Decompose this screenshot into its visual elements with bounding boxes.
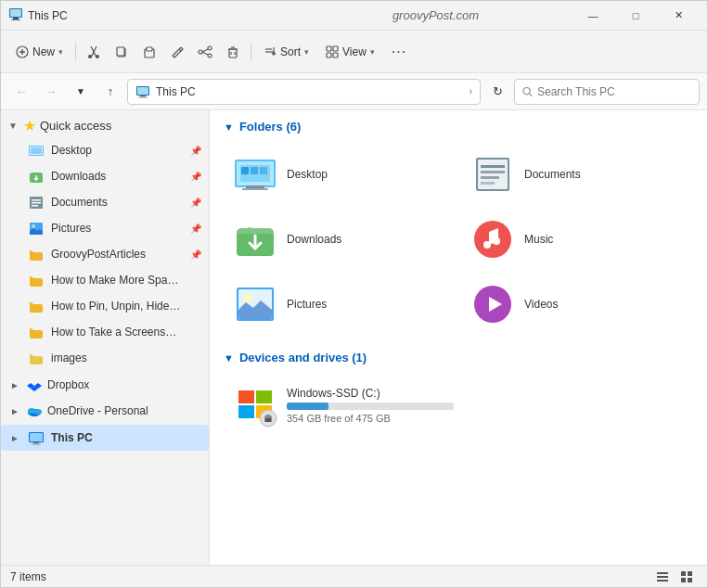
sidebar-item-downloads[interactable]: Downloads 📌: [1, 163, 209, 189]
sidebar-item-pin[interactable]: How to Pin, Unpin, Hide, and: [1, 293, 209, 319]
svg-point-14: [208, 46, 212, 50]
view-button[interactable]: View ▾: [318, 37, 382, 67]
thispc-header[interactable]: ► This PC: [1, 425, 209, 451]
svg-point-15: [208, 54, 212, 58]
cut-button[interactable]: [81, 37, 107, 67]
paste-icon: [142, 45, 157, 59]
share-button[interactable]: [192, 37, 218, 67]
file-panel: ▼ Folders (6): [210, 110, 707, 565]
svg-rect-76: [238, 405, 254, 418]
desktop-label: Desktop: [51, 144, 92, 157]
sidebar-item-screenshot[interactable]: How to Take a Screenshot on: [1, 319, 209, 345]
up-button[interactable]: ↑: [97, 79, 123, 105]
svg-point-44: [32, 224, 35, 228]
view-icon: [326, 45, 339, 58]
svg-rect-3: [10, 9, 21, 17]
folder-item-music[interactable]: Music: [461, 210, 693, 269]
svg-rect-61: [478, 160, 508, 189]
desktop-thumb: [233, 152, 277, 197]
sidebar-item-groovy[interactable]: GroovyPostArticles 📌: [1, 241, 209, 267]
sidebar: ▼ ★ Quick access Desktop 📌: [1, 110, 210, 565]
folder-item-documents[interactable]: Documents: [461, 145, 693, 204]
documents-folder-icon: [27, 193, 45, 211]
drive-free-text: 354 GB free of 475 GB: [287, 413, 454, 424]
folder-item-desktop[interactable]: Desktop: [224, 145, 456, 204]
images-label: images: [51, 352, 87, 364]
svg-rect-40: [32, 199, 41, 201]
onedrive-header[interactable]: ► OneDrive - Personal: [1, 399, 209, 423]
sidebar-item-make-space[interactable]: How to Make More Space Av: [1, 267, 209, 293]
dropbox-label: Dropbox: [47, 378, 89, 391]
status-bar: 7 items: [1, 565, 707, 587]
folder-item-downloads[interactable]: Downloads: [224, 210, 456, 269]
svg-rect-81: [657, 576, 668, 578]
recent-button[interactable]: ▼: [68, 79, 94, 105]
address-box[interactable]: This PC ›: [127, 79, 481, 105]
forward-button[interactable]: →: [38, 79, 64, 105]
maximize-button[interactable]: □: [614, 1, 657, 31]
toolbar: New ▾: [1, 31, 707, 73]
list-view-button[interactable]: [651, 568, 674, 586]
svg-rect-85: [681, 578, 686, 582]
pin-icon-groovy: 📌: [190, 249, 201, 260]
delete-icon: [225, 45, 240, 59]
quick-access-header[interactable]: ▼ ★ Quick access: [1, 114, 209, 137]
refresh-button[interactable]: ↻: [484, 79, 510, 105]
new-button[interactable]: New ▾: [8, 37, 71, 67]
more-button[interactable]: ···: [384, 37, 414, 67]
drive-info: Windows-SSD (C:) 354 GB free of 475 GB: [287, 387, 454, 424]
folders-section-header[interactable]: ▼ Folders (6): [224, 120, 693, 134]
ssd-thumb: [233, 383, 277, 428]
svg-line-35: [529, 93, 532, 96]
search-input[interactable]: [537, 85, 691, 98]
svg-rect-49: [30, 433, 43, 441]
svg-rect-63: [481, 171, 505, 173]
pin-icon: 📌: [190, 146, 201, 156]
downloads-folder-name: Downloads: [287, 233, 341, 246]
svg-rect-32: [140, 96, 146, 97]
new-chevron: ▾: [58, 47, 63, 57]
folder-item-pictures[interactable]: Pictures: [224, 275, 456, 334]
drive-item-ssd[interactable]: Windows-SSD (C:) 354 GB free of 475 GB: [224, 376, 693, 435]
thispc-icon: [8, 6, 23, 24]
copy-icon: [114, 45, 129, 59]
onedrive-icon: [25, 402, 44, 420]
sidebar-item-images[interactable]: images: [1, 345, 209, 371]
make-space-label: How to Make More Space Av: [51, 274, 181, 287]
svg-rect-27: [333, 46, 338, 51]
svg-point-16: [199, 50, 202, 54]
drives-section-header[interactable]: ▼ Devices and drives (1): [224, 351, 693, 364]
svg-point-47: [34, 409, 42, 415]
quick-access-chevron: ▼: [6, 121, 19, 131]
address-text: This PC: [156, 85, 464, 98]
svg-rect-10: [117, 47, 124, 56]
grid-view-button[interactable]: [676, 568, 698, 586]
thispc-nav-chevron: ►: [8, 433, 21, 443]
svg-point-34: [523, 87, 530, 94]
copy-button[interactable]: [109, 37, 135, 67]
minimize-button[interactable]: —: [572, 1, 614, 31]
svg-rect-12: [147, 47, 152, 51]
desktop-folder-name: Desktop: [287, 168, 328, 181]
delete-button[interactable]: [220, 37, 246, 67]
grid-view-icon: [679, 569, 694, 584]
view-chevron: ▾: [370, 47, 375, 57]
svg-rect-59: [260, 167, 267, 174]
drive-bar-fill: [287, 403, 328, 410]
rename-button[interactable]: [164, 37, 190, 67]
paste-button[interactable]: [136, 37, 162, 67]
documents-folder-name: Documents: [524, 168, 581, 181]
sidebar-item-documents[interactable]: Documents 📌: [1, 189, 209, 215]
thispc-nav-label: This PC: [51, 431, 93, 444]
sidebar-item-pictures[interactable]: Pictures 📌: [1, 215, 209, 241]
back-button[interactable]: ←: [8, 79, 34, 105]
svg-rect-28: [327, 53, 331, 58]
sort-button[interactable]: Sort ▾: [256, 37, 316, 67]
svg-rect-2: [11, 19, 20, 20]
sidebar-item-desktop[interactable]: Desktop 📌: [1, 137, 209, 163]
search-box[interactable]: [514, 79, 700, 105]
videos-thumb: [470, 282, 515, 326]
folder-item-videos[interactable]: Videos: [461, 275, 693, 334]
close-button[interactable]: ✕: [657, 1, 700, 31]
dropbox-header[interactable]: ► Dropbox: [1, 373, 209, 397]
